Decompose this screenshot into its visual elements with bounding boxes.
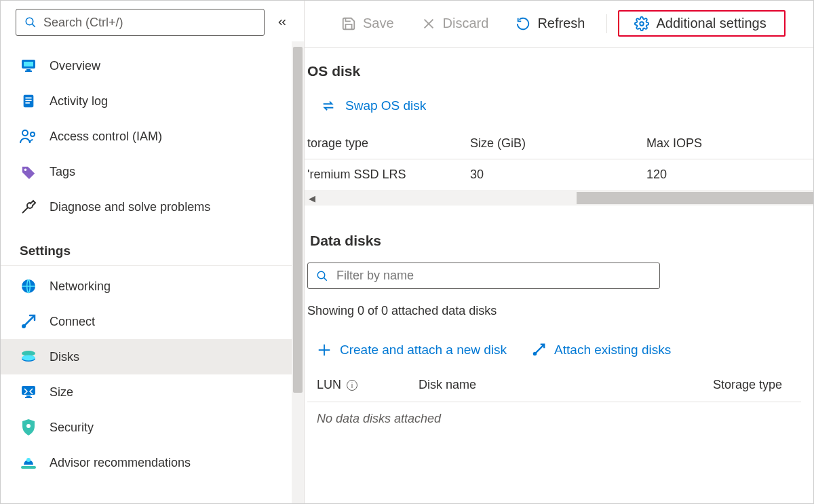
- attach-existing-disk-button[interactable]: Attach existing disks: [531, 343, 671, 357]
- nav-label: Connect: [50, 315, 95, 329]
- os-disk-heading: OS disk: [305, 63, 813, 79]
- wrench-icon: [20, 198, 37, 216]
- nav: Overview Activity log Access control (IA…: [1, 43, 304, 480]
- horizontal-scrollbar[interactable]: ◀: [305, 191, 813, 206]
- toolbar-label: Additional settings: [656, 16, 766, 31]
- cell-storage-type: 'remium SSD LRS: [307, 168, 470, 182]
- search-row: [1, 1, 304, 43]
- svg-point-12: [24, 168, 27, 171]
- search-icon: [24, 16, 37, 28]
- nav-item-security[interactable]: Security: [1, 410, 304, 445]
- globe-icon: [20, 277, 37, 295]
- nav-label: Activity log: [50, 94, 108, 109]
- disks-icon: [20, 348, 37, 366]
- plus-icon: [317, 343, 332, 357]
- save-button[interactable]: Save: [330, 13, 405, 34]
- toolbar-label: Discard: [443, 16, 489, 31]
- people-icon: [20, 128, 37, 145]
- additional-settings-button[interactable]: Additional settings: [623, 13, 777, 34]
- nav-item-connect[interactable]: Connect: [1, 304, 304, 339]
- nav-label: Overview: [50, 59, 100, 73]
- nav-item-access-control[interactable]: Access control (IAM): [1, 119, 304, 154]
- monitor-icon: [20, 57, 37, 75]
- link-label: Create and attach a new disk: [340, 343, 507, 357]
- swap-icon: [321, 98, 336, 113]
- table-header-row: torage type Size (GiB) Max IOPS: [305, 128, 813, 159]
- shield-icon: [20, 419, 37, 436]
- nav-item-advisor[interactable]: Advisor recommendations: [1, 445, 304, 480]
- filter-box[interactable]: [307, 263, 660, 289]
- refresh-icon: [516, 16, 530, 31]
- col-storage-type: torage type: [307, 136, 470, 151]
- advisor-icon: [20, 454, 37, 471]
- col-size: Size (GiB): [470, 136, 646, 151]
- nav-item-overview[interactable]: Overview: [1, 48, 304, 83]
- swap-label: Swap OS disk: [345, 98, 426, 113]
- discard-button[interactable]: Discard: [410, 13, 500, 34]
- create-attach-disk-button[interactable]: Create and attach a new disk: [317, 343, 507, 357]
- svg-rect-8: [25, 100, 31, 101]
- os-disk-table: torage type Size (GiB) Max IOPS 'remium …: [305, 128, 813, 191]
- refresh-button[interactable]: Refresh: [505, 13, 596, 34]
- filter-input[interactable]: [336, 269, 651, 283]
- search-icon: [316, 270, 328, 282]
- nav-item-disks[interactable]: Disks: [1, 339, 304, 374]
- data-disks-section: Data disks Showing 0 of 0 attached data …: [305, 206, 813, 426]
- search-input[interactable]: [43, 16, 256, 30]
- svg-point-14: [22, 324, 26, 328]
- svg-point-31: [533, 352, 537, 356]
- svg-point-10: [22, 130, 28, 136]
- toolbar-separator: [606, 14, 607, 33]
- nav-item-networking[interactable]: Networking: [1, 269, 304, 304]
- nav-label: Diagnose and solve problems: [50, 200, 210, 214]
- col-max-iops: Max IOPS: [646, 136, 813, 151]
- showing-count: Showing 0 of 0 attached data disks: [307, 289, 801, 318]
- log-icon: [20, 92, 37, 110]
- data-disks-header-row: LUN i Disk name Storage type: [307, 372, 801, 402]
- tag-icon: [20, 163, 37, 180]
- close-icon: [421, 16, 436, 31]
- sidebar: Overview Activity log Access control (IA…: [1, 1, 305, 503]
- nav-item-tags[interactable]: Tags: [1, 154, 304, 189]
- nav-item-size[interactable]: Size: [1, 374, 304, 410]
- cell-max-iops: 120: [646, 168, 813, 182]
- search-box[interactable]: [16, 9, 265, 36]
- nav-label: Tags: [50, 165, 75, 179]
- nav-label: Access control (IAM): [50, 130, 162, 144]
- collapse-sidebar-button[interactable]: [270, 16, 294, 28]
- nav-item-activity-log[interactable]: Activity log: [1, 83, 304, 119]
- svg-rect-5: [25, 71, 32, 72]
- col-disk-name: Disk name: [419, 378, 476, 392]
- empty-state: No data disks attached: [307, 402, 801, 426]
- nav-item-diagnose[interactable]: Diagnose and solve problems: [1, 189, 304, 225]
- svg-rect-3: [24, 62, 33, 66]
- toolbar-label: Save: [363, 16, 394, 31]
- attach-icon: [531, 343, 546, 357]
- swap-os-disk-button[interactable]: Swap OS disk: [305, 79, 813, 128]
- data-disks-heading: Data disks: [307, 233, 801, 249]
- scroll-left-icon[interactable]: ◀: [305, 193, 319, 203]
- svg-rect-9: [25, 102, 29, 104]
- svg-rect-7: [25, 98, 31, 99]
- table-row[interactable]: 'remium SSD LRS 30 120: [305, 159, 813, 191]
- svg-point-27: [317, 271, 325, 279]
- svg-rect-23: [21, 466, 36, 469]
- content: OS disk Swap OS disk torage type Size (G…: [305, 48, 813, 503]
- nav-section-settings: Settings: [1, 225, 293, 266]
- svg-rect-20: [25, 397, 32, 398]
- col-lun-label: LUN: [317, 378, 341, 392]
- svg-point-0: [26, 18, 33, 25]
- svg-line-1: [33, 24, 35, 27]
- svg-point-11: [31, 132, 35, 136]
- col-lun: LUN i: [317, 378, 357, 392]
- info-icon[interactable]: i: [347, 380, 357, 391]
- toolbar: Save Discard Refresh Additional settings: [305, 1, 813, 48]
- nav-label: Security: [50, 421, 94, 435]
- link-label: Attach existing disks: [554, 343, 671, 357]
- svg-point-21: [26, 424, 31, 428]
- gear-icon: [634, 16, 649, 31]
- svg-rect-18: [22, 386, 35, 395]
- sidebar-scrollbar[interactable]: [292, 41, 304, 503]
- svg-point-17: [22, 355, 35, 361]
- nav-label: Networking: [50, 279, 111, 294]
